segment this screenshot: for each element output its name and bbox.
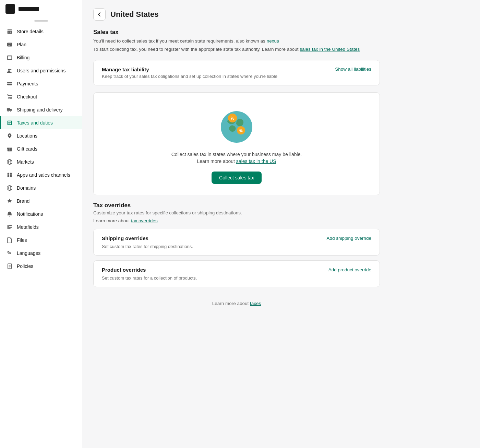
sales-tax-title: Sales tax — [93, 29, 380, 36]
notifications-icon — [7, 211, 13, 217]
footer-prefix: Learn more about — [212, 301, 249, 306]
svg-rect-14 — [8, 175, 9, 177]
svg-rect-13 — [10, 173, 12, 175]
svg-rect-12 — [8, 173, 9, 175]
sidebar-item-label: Store details — [17, 29, 44, 34]
sidebar-item-label: Apps and sales channels — [17, 172, 70, 178]
store-logo — [5, 4, 15, 14]
markets-icon — [7, 159, 13, 165]
metafields-icon — [7, 224, 13, 230]
svg-point-6 — [10, 111, 11, 112]
sales-tax-us-illus-link[interactable]: sales tax in the US — [236, 158, 276, 164]
languages-icon — [7, 250, 13, 256]
plan-icon — [7, 42, 13, 48]
svg-rect-23 — [9, 228, 11, 229]
apps-icon — [7, 172, 13, 178]
manage-liability-card: Manage tax liability Keep track of your … — [93, 60, 380, 85]
sidebar-item-brand[interactable]: Brand — [0, 194, 82, 208]
sidebar-item-plan[interactable]: Plan — [0, 38, 82, 51]
sidebar-item-metafields[interactable]: Metafields — [0, 221, 82, 234]
product-overrides-card: Product overrides Add product override S… — [93, 260, 380, 287]
users-icon — [7, 68, 13, 74]
sidebar-item-label: Payments — [17, 81, 38, 86]
add-shipping-override-link[interactable]: Add shipping override — [326, 236, 371, 241]
taxes-footer-link[interactable]: taxes — [250, 301, 261, 306]
page-title: United States — [110, 10, 159, 19]
sales-tax-para1: You'll need to collect sales tax if you … — [93, 38, 380, 45]
sidebar-item-taxes-duties[interactable]: Taxes and duties — [0, 116, 82, 129]
shipping-overrides-card: Shipping overrides Add shipping override… — [93, 229, 380, 256]
nexus-link[interactable]: nexus — [267, 38, 279, 44]
tax-overrides-link[interactable]: tax overrides — [131, 218, 157, 223]
sidebar-item-label: Billing — [17, 55, 29, 60]
svg-point-2 — [10, 69, 12, 71]
sidebar-item-label: Markets — [17, 159, 34, 165]
sidebar-item-languages[interactable]: Languages — [0, 247, 82, 260]
sidebar: Store details Plan Billing Users and per… — [0, 0, 82, 448]
sidebar-header — [0, 0, 82, 18]
sidebar-item-label: Checkout — [17, 94, 37, 99]
liability-desc: Keep track of your sales tax obligations… — [102, 74, 277, 79]
sales-tax-para2: To start collecting tax, you need to reg… — [93, 46, 380, 53]
sidebar-item-shipping-delivery[interactable]: Shipping and delivery — [0, 103, 82, 116]
sidebar-item-label: Languages — [17, 250, 40, 256]
sidebar-item-checkout[interactable]: Checkout — [0, 90, 82, 103]
sales-tax-section: Sales tax You'll need to collect sales t… — [93, 29, 380, 53]
payments-icon — [7, 81, 13, 87]
brand-icon — [7, 198, 13, 204]
tax-overrides-title: Tax overrides — [93, 202, 380, 209]
taxes-icon — [7, 120, 13, 126]
sidebar-item-users-permissions[interactable]: Users and permissions — [0, 64, 82, 77]
sidebar-item-files[interactable]: Files — [0, 234, 82, 247]
sidebar-nav: Store details Plan Billing Users and per… — [0, 24, 82, 274]
sidebar-item-store-details[interactable]: Store details — [0, 25, 82, 38]
domains-icon — [7, 185, 13, 191]
svg-point-17 — [9, 186, 11, 190]
sidebar-item-domains[interactable]: Domains — [0, 181, 82, 194]
sidebar-item-label: Users and permissions — [17, 68, 65, 73]
store-icon — [7, 28, 13, 35]
sidebar-item-label: Locations — [17, 133, 37, 139]
liability-title: Manage tax liability — [102, 67, 277, 72]
sales-tax-us-link[interactable]: sales tax in the United States — [300, 47, 360, 52]
main-content: United States Sales tax You'll need to c… — [82, 0, 480, 448]
show-all-liabilities-link[interactable]: Show all liabilities — [335, 67, 371, 72]
sidebar-item-label: Metafields — [17, 224, 39, 230]
collect-sales-tax-card: % % Collect sales tax in states where yo… — [93, 92, 380, 195]
gift-icon — [7, 146, 13, 152]
tax-overrides-learn-prefix: Learn more about — [93, 218, 130, 223]
sidebar-item-notifications[interactable]: Notifications — [0, 208, 82, 221]
shipping-icon — [7, 107, 13, 113]
svg-rect-15 — [10, 175, 12, 177]
sidebar-item-label: Files — [17, 237, 27, 243]
tax-overrides-section: Tax overrides Customize your tax rates f… — [93, 202, 380, 287]
back-button[interactable] — [93, 8, 106, 21]
sidebar-item-payments[interactable]: Payments — [0, 77, 82, 90]
svg-rect-0 — [7, 43, 12, 47]
page-header: United States — [93, 8, 380, 21]
locations-icon — [7, 133, 13, 139]
sidebar-item-markets[interactable]: Markets — [0, 155, 82, 168]
sidebar-item-locations[interactable]: Locations — [0, 129, 82, 142]
add-product-override-link[interactable]: Add product override — [328, 267, 371, 272]
collect-sales-tax-button[interactable]: Collect sales tax — [212, 172, 262, 184]
globe-illustration: % % — [216, 104, 257, 145]
product-overrides-title: Product overrides — [102, 267, 146, 273]
sidebar-item-gift-cards[interactable]: Gift cards — [0, 142, 82, 155]
tax-overrides-desc: Customize your tax rates for specific co… — [93, 210, 380, 215]
svg-rect-22 — [9, 227, 12, 228]
sidebar-item-billing[interactable]: Billing — [0, 51, 82, 64]
illus-text1: Collect sales tax in states where your b… — [171, 152, 302, 157]
svg-text:%: % — [231, 116, 235, 121]
svg-point-28 — [221, 111, 252, 143]
sidebar-item-label: Plan — [17, 42, 26, 47]
sidebar-item-label: Taxes and duties — [17, 120, 53, 126]
illus-text2: Learn more about sales tax in the US — [197, 158, 276, 164]
sidebar-item-label: Domains — [17, 185, 36, 191]
sidebar-item-policies[interactable]: Policies — [0, 260, 82, 273]
sidebar-item-label: Gift cards — [17, 146, 37, 152]
sidebar-item-apps-sales-channels[interactable]: Apps and sales channels — [0, 168, 82, 181]
sidebar-item-label: Policies — [17, 263, 33, 269]
files-icon — [7, 237, 13, 243]
policies-icon — [7, 263, 13, 269]
